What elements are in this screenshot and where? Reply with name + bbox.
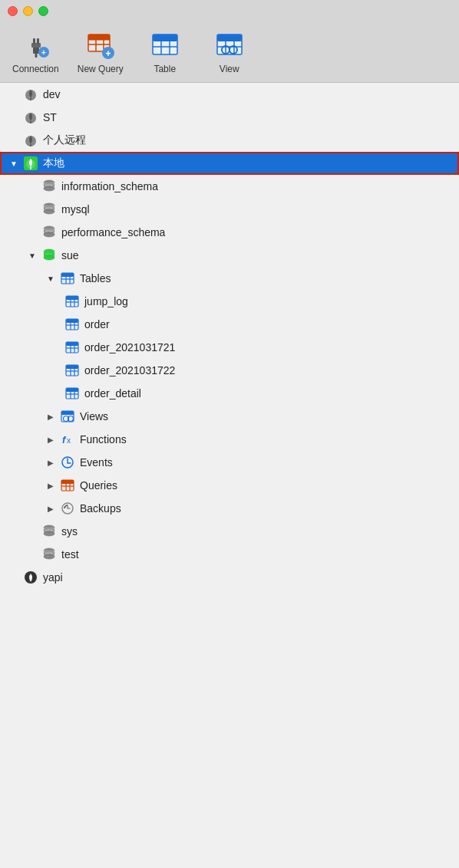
table-label: Table [154,64,176,74]
svg-rect-4 [35,54,38,58]
connection-icon: + [20,30,51,61]
svg-rect-64 [66,319,78,323]
database-icon [41,547,57,562]
database-icon [41,202,57,217]
sidebar-item-backups[interactable]: ▶ Backups [0,497,459,520]
minimize-button[interactable] [23,6,33,16]
leaf-icon [23,133,38,148]
maximize-button[interactable] [38,6,48,16]
close-button[interactable] [8,6,18,16]
svg-rect-74 [66,365,78,369]
database-icon [41,179,57,194]
table-row-icon [64,294,80,309]
title-bar [0,0,459,21]
svg-rect-92 [61,480,74,484]
svg-rect-3 [37,38,39,44]
svg-rect-84 [61,411,74,415]
sidebar-item-personal-remote[interactable]: 个人远程 [0,129,459,152]
functions-icon: f x [60,432,75,447]
database-green-icon [41,248,57,263]
sidebar-item-sys-label: sys [61,525,78,538]
sidebar-item-events-label: Events [80,456,113,469]
sidebar-item-order-detail-label: order_detail [84,387,141,399]
svg-text:x: x [67,436,71,445]
leaf-green-icon [23,156,38,171]
table-row-icon [64,340,80,355]
chevron-right-icon: ▶ [46,412,55,421]
chevron-icon [28,205,37,214]
sidebar-item-order[interactable]: order [0,313,459,336]
sidebar-item-queries-label: Queries [80,479,117,492]
chevron-icon [28,182,37,191]
sidebar-item-information-schema[interactable]: information_schema [0,175,459,198]
chevron-icon [28,228,37,237]
leaf-icon [23,110,38,125]
svg-rect-2 [33,38,35,44]
leaf-icon [23,87,38,102]
sidebar-item-queries[interactable]: ▶ Queries [0,474,459,497]
sidebar-item-performance-schema-label: performance_schema [61,226,165,238]
svg-rect-59 [66,296,78,300]
svg-rect-8 [88,35,110,40]
sidebar-item-order-2021031721-label: order_2021031721 [84,341,175,353]
sidebar-item-st[interactable]: ST [0,106,459,129]
sidebar-item-order-detail[interactable]: order_detail [0,382,459,405]
events-icon [60,455,75,470]
new-query-toolbar-item[interactable]: + New Query [78,30,124,74]
table-row-icon [64,317,80,332]
chevron-right-icon: ▶ [46,458,55,467]
chevron-icon [9,113,18,122]
connection-toolbar-item[interactable]: + Connection [12,30,59,74]
table-toolbar-item[interactable]: Table [142,30,188,74]
sidebar-item-local-label: 本地 [43,156,64,170]
sidebar-item-dev[interactable]: dev [0,83,459,106]
sidebar-item-jump-log[interactable]: jump_log [0,290,459,313]
backups-icon [60,501,75,516]
chevron-icon [28,550,37,559]
sidebar-item-order-2021031722[interactable]: order_2021031722 [0,359,459,382]
sidebar-item-local[interactable]: ▼ 本地 [0,152,459,175]
table-row-icon [64,386,80,401]
sidebar-item-views-label: Views [80,410,108,422]
sidebar-item-st-label: ST [43,111,57,123]
sidebar-item-sue-label: sue [61,249,79,261]
sidebar-item-test[interactable]: test [0,543,459,566]
sidebar-item-views[interactable]: ▶ Views [0,405,459,428]
sidebar-item-test-label: test [61,548,79,561]
sidebar-item-mysql[interactable]: mysql [0,198,459,221]
yapi-icon [23,570,38,585]
svg-text:+: + [41,48,46,57]
chevron-right-icon: ▶ [46,504,55,513]
chevron-icon [9,136,18,145]
svg-rect-1 [31,43,41,48]
sidebar: dev ST 个人远程 ▼ [0,83,459,868]
sidebar-item-dev-label: dev [43,88,61,100]
svg-rect-21 [217,35,242,41]
sidebar-item-mysql-label: mysql [61,203,90,215]
svg-rect-9 [88,39,110,41]
sidebar-item-performance-schema[interactable]: performance_schema [0,221,459,244]
sidebar-item-functions[interactable]: ▶ f x Functions [0,428,459,451]
sidebar-item-order-label: order [84,318,110,330]
chevron-down-icon: ▼ [28,251,37,260]
chevron-down-icon: ▼ [46,274,55,283]
sidebar-item-sue[interactable]: ▼ sue [0,244,459,267]
views-icon [60,409,75,424]
queries-icon [60,478,75,493]
sidebar-item-tables[interactable]: ▼ Tables [0,267,459,290]
tables-icon [60,271,75,286]
svg-rect-69 [66,342,78,346]
svg-rect-79 [66,388,78,392]
sidebar-item-events[interactable]: ▶ Events [0,451,459,474]
chevron-right-icon: ▶ [46,481,55,490]
view-toolbar-item[interactable]: View [206,30,253,74]
sidebar-item-yapi[interactable]: yapi [0,566,459,589]
chevron-down-icon: ▼ [9,159,18,168]
sidebar-item-sys[interactable]: sys [0,520,459,543]
database-icon [41,225,57,240]
svg-rect-16 [153,35,177,41]
table-icon [150,30,180,61]
sidebar-item-order-2021031721[interactable]: order_2021031721 [0,336,459,359]
database-icon [41,524,57,539]
chevron-icon [28,527,37,536]
